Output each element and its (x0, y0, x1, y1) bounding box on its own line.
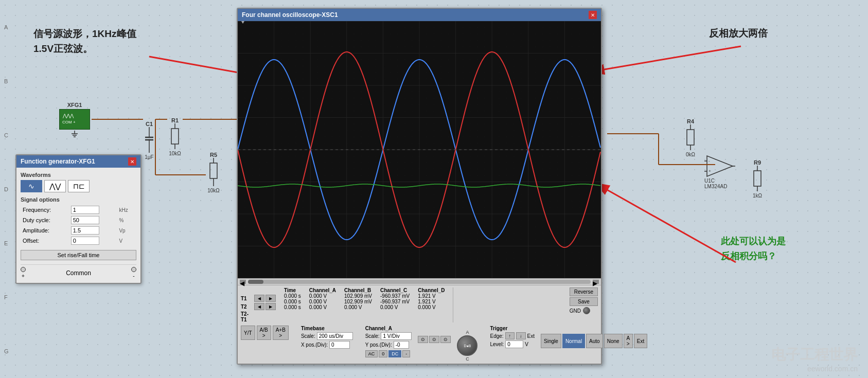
osc-scrollbar: ◀ ▶ (238, 278, 601, 285)
reverse-button[interactable]: Reverse (570, 287, 598, 296)
timebase-scale-label: Scale: (301, 333, 315, 339)
t1-left-btn[interactable]: ◀ (254, 295, 264, 302)
gnd-knob[interactable] (583, 307, 590, 314)
t2-row: T2 ◀ ▶ (241, 303, 276, 310)
t2-right-btn[interactable]: ▶ (265, 303, 276, 310)
fg-signal-label: Signal options (21, 196, 136, 203)
save-button[interactable]: Save (570, 297, 598, 306)
r5-component: R5 10kΩ (206, 152, 221, 193)
scroll-right-btn[interactable]: ▶ (593, 280, 599, 284)
fg-dutycycle-unit: % (117, 215, 136, 225)
scroll-track (248, 280, 591, 284)
t1-right-btn[interactable]: ▶ (265, 295, 276, 302)
fg-close-button[interactable]: ✕ (128, 157, 136, 166)
apb-button[interactable]: A+B > (273, 326, 289, 340)
t2t1-row: T2-T1 (241, 311, 276, 322)
fg-title: Function generator-XFG1 (21, 158, 95, 165)
fg-terminals: + Common - (21, 264, 136, 279)
xfg1-component: XFG1 ⋀⋀⋀ COM + (59, 102, 90, 141)
timebase-label: Timebase (301, 326, 353, 331)
cha-scale-input[interactable] (381, 332, 412, 340)
t2t1-cha: 0.000 V (305, 304, 340, 310)
cha-dc-button[interactable]: DC (388, 350, 401, 357)
trigger-rise-button[interactable]: ↑ (505, 332, 515, 339)
fg-frequency-row: Frequency: kHz (21, 205, 136, 215)
cha-ypos-input[interactable] (394, 341, 409, 349)
trigger-fall-button[interactable]: ↓ (516, 332, 526, 339)
trigger-level-row: Level: V (490, 340, 535, 348)
r9-value: 1kΩ (750, 193, 765, 199)
t1-chb: 102.909 mV (340, 293, 376, 299)
fg-frequency-input[interactable] (71, 206, 99, 214)
svg-text:-: - (708, 158, 710, 163)
knob-a-label: A (466, 330, 469, 335)
c1-component: C1 1μF (143, 121, 155, 160)
osc-t-nav: T1 ◀ ▶ T2 ◀ ▶ T2-T1 (241, 295, 276, 322)
osc-knob-group: A D●B C (457, 330, 477, 362)
t1-chd: 1.921 V (414, 293, 449, 299)
none-button[interactable]: None (604, 334, 623, 348)
fg-sine-button[interactable]: ∿ (21, 180, 42, 192)
channel-a-group: Channel_A Scale: Y pos.(Div): AC 0 DC - (365, 326, 412, 357)
meas-cha-header: Channel_A (305, 287, 340, 293)
meas-chc-header: Channel_C (376, 287, 414, 293)
u1c-label: U1C LM324AD (704, 178, 735, 189)
fg-waveforms-label: Waveforms (21, 172, 136, 178)
trigger-level-input[interactable] (505, 340, 523, 348)
timebase-scale-input[interactable] (317, 332, 353, 340)
timebase-xpos-input[interactable] (329, 341, 350, 349)
fg-dutycycle-input[interactable] (71, 216, 99, 224)
fg-amplitude-label: Amplitude: (21, 225, 69, 236)
row-labels: A B C D E F G (4, 0, 14, 378)
fg-amplitude-input[interactable] (71, 226, 99, 235)
r4-component: R4 0kΩ (683, 118, 698, 157)
ext-trigger-button[interactable]: Ext (634, 334, 647, 348)
row-label-b: B (4, 78, 14, 84)
extra-dc-button[interactable]: ⊙ (440, 336, 451, 343)
yt-button[interactable]: Y/T (241, 326, 255, 340)
normal-button[interactable]: Normal (562, 334, 585, 348)
cha-minus-button[interactable]: - (402, 350, 410, 357)
cha-ac-button[interactable]: AC (365, 350, 378, 357)
fg-square-button[interactable]: ⊓⊏ (68, 180, 90, 192)
extra-coupling-col: ⊙ ⊙ ⊙ (418, 336, 451, 343)
t1-time: 0.000 s (280, 293, 305, 299)
meas-chd-header: Channel_D (414, 287, 449, 293)
meas-chb-header: Channel_B (340, 287, 376, 293)
single-button[interactable]: Single (541, 334, 561, 348)
t2t1-time: 0.000 s (280, 304, 305, 310)
svg-rect-20 (210, 163, 217, 178)
fg-triangle-button[interactable]: ⋀⋁ (44, 180, 66, 192)
trigger-label: Trigger (490, 326, 535, 331)
extra-ac-button[interactable]: ⊙ (418, 336, 428, 343)
osc-title-bar: Four channel oscilloscope-XSC1 ✕ (238, 9, 601, 21)
t1-chc: -960.937 mV (376, 293, 414, 299)
fg-offset-input[interactable] (71, 237, 99, 245)
trigger-level-unit: V (525, 341, 528, 347)
cha-0-button[interactable]: 0 (379, 350, 387, 357)
trigger-edge-row: Edge: ↑ ↓ Ext (490, 332, 535, 339)
svg-text:⋀⋀⋀: ⋀⋀⋀ (62, 113, 74, 118)
separator-1 (453, 287, 453, 322)
fg-rise-fall-button[interactable]: Set rise/Fall time (21, 250, 136, 260)
ab-button[interactable]: A/B > (257, 326, 271, 340)
meas-time-header: Time (280, 287, 305, 293)
t2-left-btn[interactable]: ◀ (254, 303, 264, 310)
osc-close-button[interactable]: ✕ (589, 11, 597, 19)
scroll-left-btn[interactable]: ◀ (240, 280, 246, 284)
cha-ypos-row: Y pos.(Div): (365, 341, 412, 349)
knob-center-label: D●B (464, 344, 471, 348)
t2t1-label: T2-T1 (241, 311, 253, 322)
r1-component: R1 10kΩ (167, 117, 183, 156)
scroll-thumb[interactable] (248, 280, 263, 284)
osc-knob[interactable]: D●B (457, 335, 477, 356)
a-trigger-button[interactable]: A > (624, 334, 633, 348)
osc-bottom-panel: T1 ◀ ▶ T2 ◀ ▶ T2-T1 Time Chan (238, 285, 601, 364)
svg-rect-17 (171, 129, 179, 144)
auto-button[interactable]: Auto (586, 334, 603, 348)
cha-ypos-label: Y pos.(Div): (365, 342, 392, 348)
timebase-xpos-row: X pos.(Div): (301, 341, 353, 349)
t1-label: T1 (241, 296, 253, 301)
osc-measurements-area: T1 ◀ ▶ T2 ◀ ▶ T2-T1 Time Chan (241, 287, 598, 322)
extra-0-button[interactable]: ⊙ (429, 336, 439, 343)
